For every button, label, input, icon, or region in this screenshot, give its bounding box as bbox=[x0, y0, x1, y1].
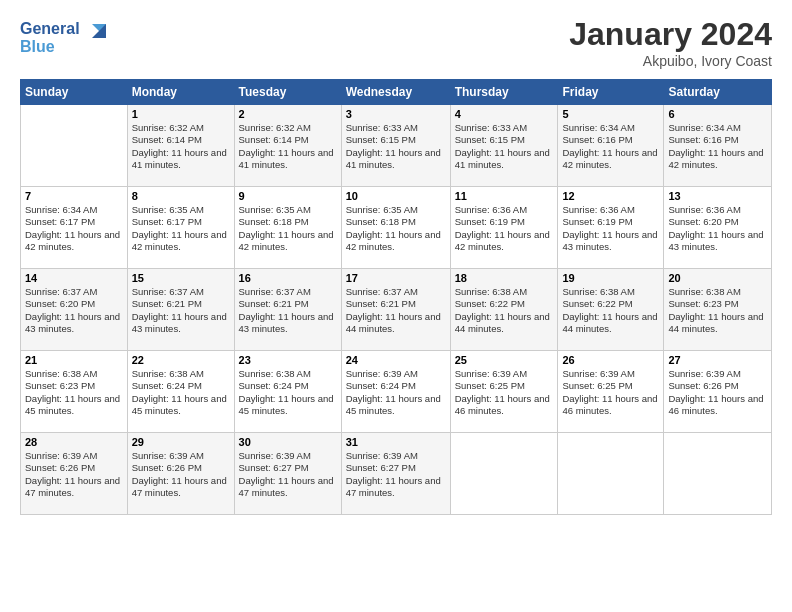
cell-date-number: 17 bbox=[346, 272, 446, 284]
calendar-cell: 18Sunrise: 6:38 AMSunset: 6:22 PMDayligh… bbox=[450, 269, 558, 351]
calendar-cell: 16Sunrise: 6:37 AMSunset: 6:21 PMDayligh… bbox=[234, 269, 341, 351]
calendar-cell: 3Sunrise: 6:33 AMSunset: 6:15 PMDaylight… bbox=[341, 105, 450, 187]
cell-info: Sunrise: 6:36 AMSunset: 6:19 PMDaylight:… bbox=[562, 204, 659, 253]
cell-date-number: 8 bbox=[132, 190, 230, 202]
calendar-cell: 19Sunrise: 6:38 AMSunset: 6:22 PMDayligh… bbox=[558, 269, 664, 351]
cell-info: Sunrise: 6:37 AMSunset: 6:20 PMDaylight:… bbox=[25, 286, 123, 335]
day-header-wednesday: Wednesday bbox=[341, 80, 450, 105]
calendar-cell: 28Sunrise: 6:39 AMSunset: 6:26 PMDayligh… bbox=[21, 433, 128, 515]
cell-date-number: 27 bbox=[668, 354, 767, 366]
month-title: January 2024 bbox=[569, 16, 772, 53]
calendar-week-5: 28Sunrise: 6:39 AMSunset: 6:26 PMDayligh… bbox=[21, 433, 772, 515]
day-header-friday: Friday bbox=[558, 80, 664, 105]
calendar-cell: 11Sunrise: 6:36 AMSunset: 6:19 PMDayligh… bbox=[450, 187, 558, 269]
cell-info: Sunrise: 6:39 AMSunset: 6:25 PMDaylight:… bbox=[562, 368, 659, 417]
calendar-cell: 24Sunrise: 6:39 AMSunset: 6:24 PMDayligh… bbox=[341, 351, 450, 433]
cell-date-number: 14 bbox=[25, 272, 123, 284]
cell-date-number: 1 bbox=[132, 108, 230, 120]
location-subtitle: Akpuibo, Ivory Coast bbox=[569, 53, 772, 69]
calendar-cell: 4Sunrise: 6:33 AMSunset: 6:15 PMDaylight… bbox=[450, 105, 558, 187]
calendar-cell: 25Sunrise: 6:39 AMSunset: 6:25 PMDayligh… bbox=[450, 351, 558, 433]
day-header-tuesday: Tuesday bbox=[234, 80, 341, 105]
cell-date-number: 3 bbox=[346, 108, 446, 120]
title-block: January 2024 Akpuibo, Ivory Coast bbox=[569, 16, 772, 69]
calendar-cell: 20Sunrise: 6:38 AMSunset: 6:23 PMDayligh… bbox=[664, 269, 772, 351]
cell-date-number: 5 bbox=[562, 108, 659, 120]
cell-info: Sunrise: 6:36 AMSunset: 6:19 PMDaylight:… bbox=[455, 204, 554, 253]
cell-date-number: 11 bbox=[455, 190, 554, 202]
cell-info: Sunrise: 6:35 AMSunset: 6:17 PMDaylight:… bbox=[132, 204, 230, 253]
cell-info: Sunrise: 6:38 AMSunset: 6:22 PMDaylight:… bbox=[562, 286, 659, 335]
calendar-week-4: 21Sunrise: 6:38 AMSunset: 6:23 PMDayligh… bbox=[21, 351, 772, 433]
cell-date-number: 31 bbox=[346, 436, 446, 448]
calendar-table: SundayMondayTuesdayWednesdayThursdayFrid… bbox=[20, 79, 772, 515]
calendar-cell: 22Sunrise: 6:38 AMSunset: 6:24 PMDayligh… bbox=[127, 351, 234, 433]
cell-info: Sunrise: 6:38 AMSunset: 6:23 PMDaylight:… bbox=[668, 286, 767, 335]
cell-date-number: 22 bbox=[132, 354, 230, 366]
cell-date-number: 29 bbox=[132, 436, 230, 448]
svg-text:General: General bbox=[20, 20, 80, 37]
cell-info: Sunrise: 6:38 AMSunset: 6:22 PMDaylight:… bbox=[455, 286, 554, 335]
calendar-cell: 10Sunrise: 6:35 AMSunset: 6:18 PMDayligh… bbox=[341, 187, 450, 269]
calendar-cell: 12Sunrise: 6:36 AMSunset: 6:19 PMDayligh… bbox=[558, 187, 664, 269]
cell-info: Sunrise: 6:37 AMSunset: 6:21 PMDaylight:… bbox=[132, 286, 230, 335]
cell-info: Sunrise: 6:35 AMSunset: 6:18 PMDaylight:… bbox=[239, 204, 337, 253]
calendar-cell: 23Sunrise: 6:38 AMSunset: 6:24 PMDayligh… bbox=[234, 351, 341, 433]
calendar-cell: 15Sunrise: 6:37 AMSunset: 6:21 PMDayligh… bbox=[127, 269, 234, 351]
cell-date-number: 24 bbox=[346, 354, 446, 366]
svg-text:Blue: Blue bbox=[20, 38, 55, 55]
cell-info: Sunrise: 6:32 AMSunset: 6:14 PMDaylight:… bbox=[239, 122, 337, 171]
calendar-cell: 1Sunrise: 6:32 AMSunset: 6:14 PMDaylight… bbox=[127, 105, 234, 187]
calendar-cell: 7Sunrise: 6:34 AMSunset: 6:17 PMDaylight… bbox=[21, 187, 128, 269]
cell-info: Sunrise: 6:38 AMSunset: 6:24 PMDaylight:… bbox=[132, 368, 230, 417]
day-header-sunday: Sunday bbox=[21, 80, 128, 105]
calendar-cell: 9Sunrise: 6:35 AMSunset: 6:18 PMDaylight… bbox=[234, 187, 341, 269]
calendar-cell: 5Sunrise: 6:34 AMSunset: 6:16 PMDaylight… bbox=[558, 105, 664, 187]
cell-date-number: 23 bbox=[239, 354, 337, 366]
calendar-cell: 26Sunrise: 6:39 AMSunset: 6:25 PMDayligh… bbox=[558, 351, 664, 433]
calendar-cell: 29Sunrise: 6:39 AMSunset: 6:26 PMDayligh… bbox=[127, 433, 234, 515]
calendar-cell: 21Sunrise: 6:38 AMSunset: 6:23 PMDayligh… bbox=[21, 351, 128, 433]
calendar-cell: 31Sunrise: 6:39 AMSunset: 6:27 PMDayligh… bbox=[341, 433, 450, 515]
cell-info: Sunrise: 6:39 AMSunset: 6:25 PMDaylight:… bbox=[455, 368, 554, 417]
cell-info: Sunrise: 6:39 AMSunset: 6:26 PMDaylight:… bbox=[132, 450, 230, 499]
cell-info: Sunrise: 6:35 AMSunset: 6:18 PMDaylight:… bbox=[346, 204, 446, 253]
cell-date-number: 19 bbox=[562, 272, 659, 284]
calendar-header-row: SundayMondayTuesdayWednesdayThursdayFrid… bbox=[21, 80, 772, 105]
logo: General Blue bbox=[20, 16, 110, 62]
day-header-thursday: Thursday bbox=[450, 80, 558, 105]
cell-date-number: 4 bbox=[455, 108, 554, 120]
cell-info: Sunrise: 6:34 AMSunset: 6:16 PMDaylight:… bbox=[562, 122, 659, 171]
calendar-cell: 27Sunrise: 6:39 AMSunset: 6:26 PMDayligh… bbox=[664, 351, 772, 433]
cell-date-number: 28 bbox=[25, 436, 123, 448]
cell-info: Sunrise: 6:36 AMSunset: 6:20 PMDaylight:… bbox=[668, 204, 767, 253]
calendar-cell: 14Sunrise: 6:37 AMSunset: 6:20 PMDayligh… bbox=[21, 269, 128, 351]
calendar-cell bbox=[558, 433, 664, 515]
day-header-monday: Monday bbox=[127, 80, 234, 105]
calendar-week-3: 14Sunrise: 6:37 AMSunset: 6:20 PMDayligh… bbox=[21, 269, 772, 351]
calendar-cell bbox=[21, 105, 128, 187]
cell-info: Sunrise: 6:39 AMSunset: 6:26 PMDaylight:… bbox=[25, 450, 123, 499]
cell-info: Sunrise: 6:38 AMSunset: 6:24 PMDaylight:… bbox=[239, 368, 337, 417]
cell-info: Sunrise: 6:38 AMSunset: 6:23 PMDaylight:… bbox=[25, 368, 123, 417]
cell-date-number: 6 bbox=[668, 108, 767, 120]
cell-date-number: 2 bbox=[239, 108, 337, 120]
logo-icon: General Blue bbox=[20, 16, 110, 58]
calendar-cell bbox=[450, 433, 558, 515]
cell-date-number: 10 bbox=[346, 190, 446, 202]
cell-info: Sunrise: 6:34 AMSunset: 6:17 PMDaylight:… bbox=[25, 204, 123, 253]
day-header-saturday: Saturday bbox=[664, 80, 772, 105]
cell-date-number: 20 bbox=[668, 272, 767, 284]
calendar-week-2: 7Sunrise: 6:34 AMSunset: 6:17 PMDaylight… bbox=[21, 187, 772, 269]
cell-info: Sunrise: 6:32 AMSunset: 6:14 PMDaylight:… bbox=[132, 122, 230, 171]
calendar-cell bbox=[664, 433, 772, 515]
cell-info: Sunrise: 6:34 AMSunset: 6:16 PMDaylight:… bbox=[668, 122, 767, 171]
cell-info: Sunrise: 6:39 AMSunset: 6:27 PMDaylight:… bbox=[346, 450, 446, 499]
cell-info: Sunrise: 6:37 AMSunset: 6:21 PMDaylight:… bbox=[346, 286, 446, 335]
cell-date-number: 9 bbox=[239, 190, 337, 202]
calendar-cell: 13Sunrise: 6:36 AMSunset: 6:20 PMDayligh… bbox=[664, 187, 772, 269]
cell-date-number: 15 bbox=[132, 272, 230, 284]
cell-info: Sunrise: 6:33 AMSunset: 6:15 PMDaylight:… bbox=[455, 122, 554, 171]
header: General Blue January 2024 Akpuibo, Ivory… bbox=[20, 16, 772, 69]
cell-date-number: 12 bbox=[562, 190, 659, 202]
